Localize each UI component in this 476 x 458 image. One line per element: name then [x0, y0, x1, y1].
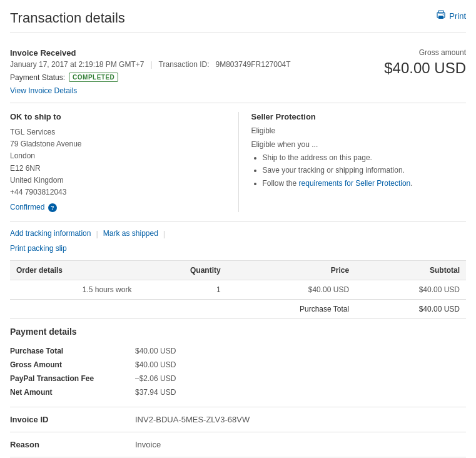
print-label: Print	[449, 11, 466, 21]
order-item-row: 1.5 hours work 1 $40.00 USD $40.00 USD	[10, 280, 466, 299]
invoice-right: Gross amount $40.00 USD	[384, 48, 466, 77]
payment-status-label: Payment Status:	[10, 73, 65, 82]
ship-to-col: OK to ship to TGL Services 79 Gladstone …	[10, 112, 238, 212]
ship-to-line2: London	[10, 150, 226, 162]
payment-row-fee: PayPal Transaction Fee –$2.06 USD	[10, 372, 466, 385]
invoice-id-row: Invoice ID INV2-BDUA-5MES-ZLV3-68VW	[10, 407, 466, 432]
col-description: Order details	[10, 261, 138, 280]
order-table-header: Order details Quantity Price Subtotal	[10, 261, 466, 280]
list-item: Ship to the address on this page.	[263, 151, 467, 164]
invoice-section: Invoice Received January 17, 2017 at 2:1…	[10, 42, 466, 103]
transaction-id-label: Transaction ID:	[159, 60, 210, 69]
confirmed-link[interactable]: Confirmed	[10, 203, 47, 211]
seller-protection-col: Seller Protection Eligible Eligible when…	[238, 112, 467, 212]
col-price: Price	[227, 261, 355, 280]
item-description: 1.5 hours work	[10, 280, 138, 299]
reason-row: Reason Invoice	[10, 432, 466, 457]
payment-value: $40.00 USD	[135, 347, 176, 355]
payment-value: $37.94 USD	[135, 388, 176, 397]
item-price: $40.00 USD	[227, 280, 355, 299]
reason-value: Invoice	[135, 440, 161, 449]
seller-eligible: Eligible	[251, 126, 467, 135]
empty-cell	[10, 299, 227, 318]
mark-shipped-link[interactable]: Mark as shipped	[103, 229, 158, 238]
invoice-date-row: January 17, 2017 at 2:19:18 PM GMT+7 | T…	[10, 60, 291, 69]
gross-amount: $40.00 USD	[384, 59, 466, 77]
two-col-section: OK to ship to TGL Services 79 Gladstone …	[10, 103, 466, 221]
action-sep-1: |	[96, 229, 98, 238]
ship-to-line3: E12 6NR	[10, 163, 226, 175]
print-packing-slip-link[interactable]: Print packing slip	[10, 244, 67, 253]
order-total-row: Purchase Total $40.00 USD	[10, 299, 466, 318]
seller-protection-list: Ship to the address on this page. Save y…	[251, 151, 467, 190]
invoice-id-label: Invoice ID	[10, 415, 135, 424]
purchase-total-label: Purchase Total	[227, 299, 355, 318]
ship-to-address: TGL Services 79 Gladstone Avenue London …	[10, 126, 226, 198]
print-icon	[436, 10, 446, 22]
gross-label: Gross amount	[384, 48, 466, 57]
print-button[interactable]: Print	[436, 10, 466, 22]
payment-rows: Purchase Total $40.00 USD Gross Amount $…	[10, 344, 466, 399]
payment-row-gross-amount: Gross Amount $40.00 USD	[10, 358, 466, 372]
list-item: Save your tracking or shipping informati…	[263, 164, 467, 176]
purchase-total-value: $40.00 USD	[355, 299, 466, 318]
col-subtotal: Subtotal	[355, 261, 466, 280]
action-sep-2: |	[163, 229, 165, 238]
seller-protection-heading: Seller Protection	[251, 112, 467, 121]
ship-to-heading: OK to ship to	[10, 112, 226, 121]
invoice-label: Invoice Received	[10, 48, 291, 58]
requirements-link[interactable]: requirements for Seller Protection	[299, 179, 411, 188]
actions-section: Add tracking information | Mark as shipp…	[10, 221, 466, 261]
col-quantity: Quantity	[138, 261, 226, 280]
payment-value: $40.00 USD	[135, 360, 176, 369]
invoice-date: January 17, 2017 at 2:19:18 PM GMT+7	[10, 60, 144, 69]
item-subtotal: $40.00 USD	[355, 280, 466, 299]
svg-rect-1	[438, 16, 443, 19]
list-item: Follow the requirements for Seller Prote…	[263, 177, 467, 190]
page-title: Transaction details	[10, 10, 125, 26]
add-tracking-link[interactable]: Add tracking information	[10, 229, 91, 238]
ship-to-phone: +44 7903812043	[10, 186, 226, 198]
help-icon[interactable]: ?	[48, 203, 57, 212]
payment-details-heading: Payment details	[10, 327, 466, 337]
transaction-id: 9M803749FR127004T	[216, 60, 291, 69]
payment-row-net: Net Amount $37.94 USD	[10, 385, 466, 399]
payment-label: Gross Amount	[10, 360, 135, 369]
invoice-left: Invoice Received January 17, 2017 at 2:1…	[10, 48, 291, 95]
invoice-id-value: INV2-BDUA-5MES-ZLV3-68VW	[135, 415, 250, 424]
divider-pipe: |	[150, 60, 152, 69]
order-section: Order details Quantity Price Subtotal 1.…	[10, 261, 466, 319]
ship-to-name: TGL Services	[10, 126, 226, 138]
svg-point-3	[443, 14, 444, 15]
order-table: Order details Quantity Price Subtotal 1.…	[10, 261, 466, 318]
payment-value: –$2.06 USD	[135, 374, 176, 383]
payment-label: Purchase Total	[10, 347, 135, 355]
actions-row: Add tracking information | Mark as shipp…	[10, 229, 466, 238]
info-section: Invoice ID INV2-BDUA-5MES-ZLV3-68VW Reas…	[10, 407, 466, 458]
status-row: Payment Status: COMPLETED	[10, 73, 291, 82]
page-header: Transaction details Print	[10, 10, 466, 33]
seller-eligible-when: Eligible when you ...	[251, 140, 467, 149]
payment-row-purchase-total: Purchase Total $40.00 USD	[10, 344, 466, 358]
payment-label: PayPal Transaction Fee	[10, 374, 135, 383]
reason-label: Reason	[10, 440, 135, 449]
status-badge: COMPLETED	[69, 73, 118, 82]
view-invoice-link[interactable]: View Invoice Details	[10, 86, 77, 95]
ship-to-line4: United Kingdom	[10, 175, 226, 186]
item-quantity: 1	[138, 280, 226, 299]
payment-label: Net Amount	[10, 388, 135, 397]
payment-details-section: Payment details Purchase Total $40.00 US…	[10, 319, 466, 407]
ship-to-line1: 79 Gladstone Avenue	[10, 138, 226, 150]
